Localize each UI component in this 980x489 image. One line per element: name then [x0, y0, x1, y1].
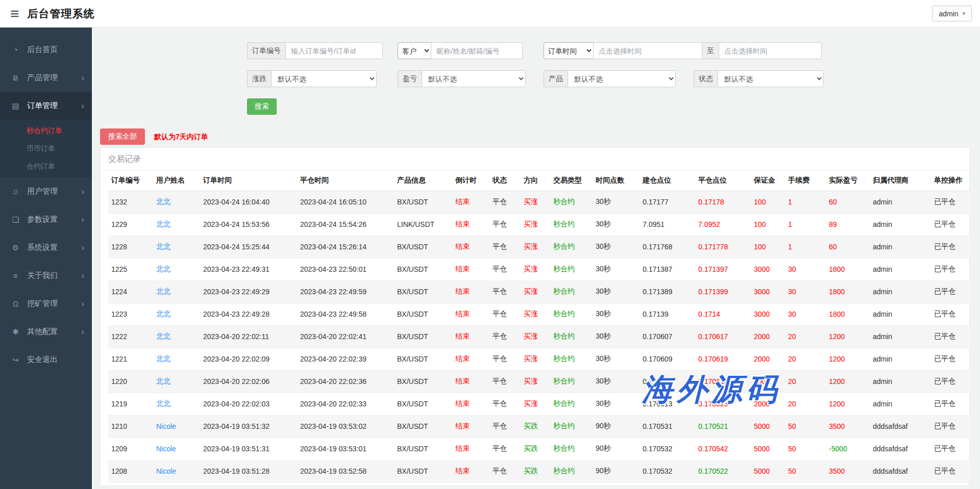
cell-agent: admin — [870, 236, 931, 258]
customer-select[interactable]: 客户 — [398, 42, 431, 59]
cell-username[interactable]: Nicole — [153, 437, 200, 460]
cell-username[interactable]: 北北 — [153, 325, 200, 348]
cell-order_time: 2023-04-23 22:49:29 — [200, 280, 297, 303]
cell-username[interactable]: 北北 — [153, 213, 200, 236]
cell-status: 平仓 — [489, 348, 521, 370]
sidebar-subitem-coin-orders[interactable]: 币币订单 — [0, 140, 92, 158]
order-time-select[interactable]: 订单时间 — [544, 42, 594, 59]
cell-control: 已平仓 — [931, 325, 970, 348]
sidebar-item-params[interactable]: ❏参数设置› — [0, 205, 92, 234]
list-icon: ≡ — [10, 271, 21, 280]
cell-trade_type: 秒合约 — [550, 460, 593, 482]
column-header: 平仓时间 — [297, 170, 394, 191]
column-header: 交易类型 — [550, 170, 593, 191]
pnl-select[interactable]: 默认不选 — [422, 70, 526, 87]
app-title: 后台管理系统 — [28, 7, 95, 21]
sidebar-item-other[interactable]: ✱其他配置› — [0, 318, 92, 346]
sidebar-item-about[interactable]: ≡关于我们› — [0, 262, 92, 290]
cell-direction: 买涨 — [521, 348, 550, 370]
cell-order_time: 2023-04-19 03:51:28 — [200, 460, 297, 482]
cell-agent: dddsafdsaf — [870, 415, 931, 437]
time-start-input[interactable] — [593, 42, 702, 59]
sidebar-item-logout[interactable]: ↪安全退出 — [0, 346, 92, 374]
cell-trade_type: 秒合约 — [550, 393, 593, 415]
cell-status: 平仓 — [489, 437, 521, 460]
sidebar-item-products[interactable]: Ƀ产品管理› — [0, 64, 92, 92]
cell-open_price: 0.171387 — [640, 258, 695, 280]
sidebar-item-orders[interactable]: ▤订单管理› — [0, 92, 92, 120]
product-select[interactable]: 默认不选 — [568, 70, 676, 87]
cell-close_price: 7.0952 — [695, 213, 751, 236]
cell-username[interactable]: Nicole — [153, 415, 200, 437]
sidebar-item-users[interactable]: ☺用户管理› — [0, 177, 92, 205]
cell-username[interactable]: 北北 — [153, 280, 200, 303]
sidebar-item-system[interactable]: ⚙系统设置› — [0, 234, 92, 262]
updown-label: 涨跌 — [247, 70, 272, 87]
cell-username[interactable]: 北北 — [153, 191, 200, 213]
time-end-input[interactable] — [719, 42, 822, 59]
cell-close_price: 0.170617 — [695, 325, 751, 348]
cell-product: BX/USDT — [394, 236, 452, 258]
cell-direction: 买涨 — [521, 393, 550, 415]
order-no-input[interactable] — [285, 42, 383, 59]
cell-username[interactable]: Nicole — [153, 460, 200, 482]
cell-username[interactable]: 北北 — [153, 393, 200, 415]
cell-open_price: 0.170531 — [640, 415, 695, 437]
customer-input[interactable] — [431, 42, 523, 59]
cell-margin: 3000 — [751, 258, 785, 280]
chevron-right-icon: › — [81, 73, 84, 82]
cell-username[interactable]: 北北 — [153, 370, 200, 393]
bell-icon: Ω — [10, 299, 21, 308]
search-button[interactable]: 搜索 — [247, 98, 277, 115]
cell-order_time: 2023-04-19 03:51:31 — [200, 437, 297, 460]
chevron-right-icon: › — [81, 243, 84, 252]
cell-margin: 100 — [751, 213, 785, 236]
sidebar-item-home[interactable]: ◔后台首页 — [0, 36, 92, 64]
cell-username[interactable]: 北北 — [153, 303, 200, 325]
sidebar-item-label: 其他配置 — [27, 327, 58, 337]
sidebar-subitem-second-contract-orders[interactable]: 秒合约订单 — [0, 122, 92, 140]
menu-icon[interactable]: ≡ — [10, 6, 19, 21]
cell-open_price: 0.171389 — [640, 280, 695, 303]
cell-product: BX/USDT — [394, 460, 452, 482]
time-filter: 订单时间 至 — [544, 42, 822, 59]
search-all-button[interactable]: 搜索全部 — [100, 128, 145, 145]
cell-open_price: 0.17177 — [640, 191, 695, 213]
cell-fee: 30 — [785, 303, 826, 325]
cell-product: BX/USDT — [394, 348, 452, 370]
cell-trade_type: 秒合约 — [550, 280, 593, 303]
cell-close_time: 2023-04-23 22:50:01 — [297, 258, 394, 280]
sidebar-item-label: 挖矿管理 — [27, 299, 58, 308]
column-header: 倒计时 — [452, 170, 489, 191]
cell-countdown: 结束 — [452, 258, 489, 280]
column-header: 用户姓名 — [153, 170, 200, 191]
cell-close_time: 2023-04-23 22:49:58 — [297, 303, 394, 325]
cell-close_price: 0.171399 — [695, 280, 751, 303]
table-row: 1228北北2023-04-24 15:25:442023-04-24 15:2… — [108, 236, 970, 258]
sidebar-item-label: 订单管理 — [27, 101, 58, 111]
updown-select[interactable]: 默认不选 — [271, 70, 377, 87]
gear-icon: ✱ — [10, 327, 21, 337]
sidebar-item-label: 用户管理 — [27, 187, 58, 196]
cell-username[interactable]: 北北 — [153, 258, 200, 280]
status-select[interactable]: 默认不选 — [718, 70, 824, 87]
sidebar-subitem-contract-orders[interactable]: 合约订单 — [0, 158, 92, 175]
sidebar: ◔后台首页Ƀ产品管理›▤订单管理›秒合约订单币币订单合约订单☺用户管理›❏参数设… — [0, 28, 92, 489]
cell-control: 已平仓 — [931, 280, 970, 303]
cell-close_price: 0.170522 — [695, 460, 751, 482]
cell-margin: 2000 — [751, 325, 785, 348]
cell-direction: 买涨 — [521, 303, 550, 325]
cell-product: BX/USDT — [394, 370, 452, 393]
cell-countdown: 结束 — [452, 460, 489, 482]
cell-pnl: 1800 — [826, 258, 870, 280]
cell-order_time: 2023-04-20 22:02:03 — [200, 393, 297, 415]
sidebar-item-label: 安全退出 — [27, 355, 58, 365]
cell-fee: 20 — [785, 370, 826, 393]
cell-username[interactable]: 北北 — [153, 348, 200, 370]
user-dropdown[interactable]: admin ▾ — [932, 6, 972, 21]
cell-username[interactable]: 北北 — [153, 236, 200, 258]
table-row: 1219北北2023-04-20 22:02:032023-04-20 22:0… — [108, 393, 970, 415]
cell-open_price: 0.171768 — [640, 236, 695, 258]
cell-trade_type: 秒合约 — [550, 236, 593, 258]
sidebar-item-mining[interactable]: Ω挖矿管理› — [0, 290, 92, 318]
